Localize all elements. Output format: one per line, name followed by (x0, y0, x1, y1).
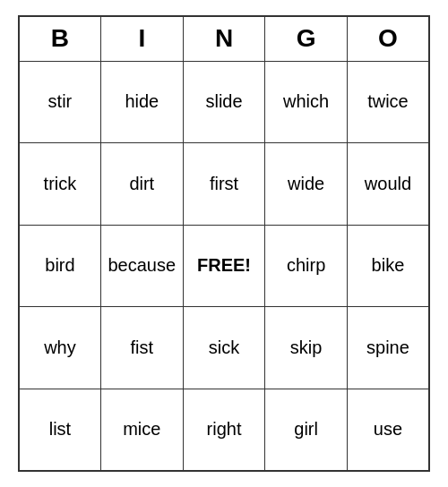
bingo-row-3: whyfistsickskipspine (19, 307, 429, 389)
bingo-cell-r1-c3: wide (265, 143, 348, 226)
bingo-cell-r3-c3: skip (265, 307, 348, 389)
bingo-cell-r3-c4: spine (347, 307, 429, 389)
bingo-cell-r1-c1: dirt (100, 143, 183, 226)
bingo-row-2: birdbecauseFREE!chirpbike (19, 225, 429, 307)
bingo-cell-r4-c4: use (347, 389, 429, 471)
bingo-cell-r4-c0: list (19, 389, 100, 471)
bingo-cell-r3-c1: fist (100, 307, 183, 389)
bingo-cell-r0-c2: slide (183, 61, 265, 143)
bingo-cell-r4-c2: right (183, 389, 265, 471)
bingo-cell-r1-c4: would (347, 143, 429, 226)
bingo-cell-r0-c0: stir (19, 61, 100, 143)
bingo-cell-r2-c0: bird (19, 225, 100, 307)
bingo-cell-r2-c2: FREE! (183, 225, 265, 307)
bingo-cell-r1-c0: trick (19, 143, 100, 226)
bingo-cell-r4-c1: mice (100, 389, 183, 471)
bingo-cell-r0-c1: hide (100, 61, 183, 143)
header-cell-n: N (183, 16, 265, 61)
bingo-cell-r0-c4: twice (347, 61, 429, 143)
bingo-card: BINGO stirhideslidewhichtwicetrickdirtfi… (18, 15, 430, 472)
bingo-row-0: stirhideslidewhichtwice (19, 61, 429, 143)
header-cell-i: I (100, 16, 183, 61)
bingo-cell-r2-c4: bike (347, 225, 429, 307)
header-cell-g: G (265, 16, 348, 61)
bingo-cell-r2-c3: chirp (265, 225, 348, 307)
header-cell-o: O (347, 16, 429, 61)
header-cell-b: B (19, 16, 100, 61)
bingo-cell-r3-c2: sick (183, 307, 265, 389)
bingo-cell-r2-c1: because (100, 225, 183, 307)
bingo-cell-r4-c3: girl (265, 389, 348, 471)
bingo-row-1: trickdirtfirstwidewould (19, 143, 429, 226)
bingo-row-4: listmicerightgirluse (19, 389, 429, 471)
bingo-cell-r0-c3: which (265, 61, 348, 143)
bingo-cell-r3-c0: why (19, 307, 100, 389)
header-row: BINGO (19, 16, 429, 61)
bingo-cell-r1-c2: first (183, 143, 265, 226)
